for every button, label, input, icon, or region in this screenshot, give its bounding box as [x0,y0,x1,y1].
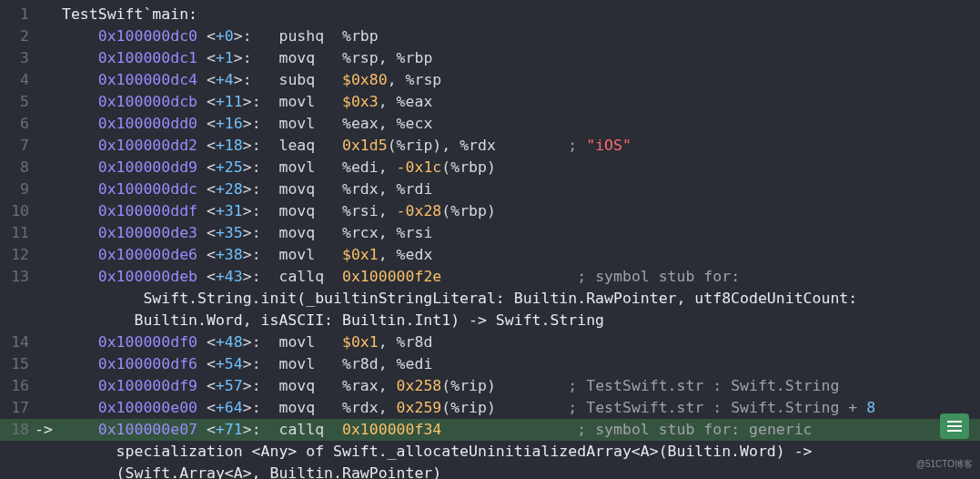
code-line[interactable]: 16 0x100000df9 <+57>: movq %rax, 0x258(%… [0,375,980,397]
code-line[interactable]: (Swift.Array<A>, Builtin.RawPointer) [0,463,980,479]
current-line-arrow [35,222,62,244]
current-line-arrow [35,69,62,91]
code-line[interactable]: 10 0x100000ddf <+31>: movq %rsi, -0x28(%… [0,200,980,222]
line-number: 7 [0,135,35,157]
code-content: specialization <Any> of Swift._allocateU… [62,441,980,463]
code-content: 0x100000df0 <+48>: movl $0x1, %r8d [62,331,980,353]
line-number: 2 [0,25,35,47]
line-number: 4 [0,69,35,91]
line-number: 13 [0,266,35,288]
line-number: 1 [0,4,35,25]
line-number [0,310,35,331]
code-line[interactable]: 9 0x100000ddc <+28>: movq %rdx, %rdi [0,178,980,200]
line-number: 8 [0,157,35,178]
code-line[interactable]: 3 0x100000dc1 <+1>: movq %rsp, %rbp [0,47,980,69]
code-content: TestSwift`main: [62,4,980,25]
watermark: @51CTO博客 [916,454,973,475]
code-line[interactable]: Builtin.Word, isASCII: Builtin.Int1) -> … [0,310,980,331]
code-content: Builtin.Word, isASCII: Builtin.Int1) -> … [62,310,980,331]
current-line-arrow [35,113,62,135]
line-number: 14 [0,331,35,353]
current-line-arrow [35,47,62,69]
code-line[interactable]: 13 0x100000deb <+43>: callq 0x100000f2e … [0,266,980,288]
code-line[interactable]: 15 0x100000df6 <+54>: movl %r8d, %edi [0,353,980,375]
code-content: 0x100000ddf <+31>: movq %rsi, -0x28(%rbp… [62,200,980,222]
current-line-arrow [35,441,62,463]
current-line-arrow [35,331,62,353]
code-content: 0x100000de3 <+35>: movq %rcx, %rsi [62,222,980,244]
code-content: 0x100000dd2 <+18>: leaq 0x1d5(%rip), %rd… [62,135,980,157]
code-line[interactable]: 7 0x100000dd2 <+18>: leaq 0x1d5(%rip), %… [0,135,980,157]
current-line-arrow [35,244,62,266]
line-number [0,441,35,463]
line-number [0,463,35,479]
current-line-arrow [35,266,62,288]
code-content: 0x100000df9 <+57>: movq %rax, 0x258(%rip… [62,375,980,397]
current-line-arrow [35,91,62,113]
current-line-arrow [35,25,62,47]
code-content: 0x100000e00 <+64>: movq %rdx, 0x259(%rip… [62,397,980,419]
current-line-arrow [35,310,62,331]
current-line-arrow: -> [35,419,62,441]
line-number: 16 [0,375,35,397]
code-line[interactable]: 4 0x100000dc4 <+4>: subq $0x80, %rsp [0,69,980,91]
code-content: 0x100000dc1 <+1>: movq %rsp, %rbp [62,47,980,69]
code-content: 0x100000dd9 <+25>: movl %edi, -0x1c(%rbp… [62,157,980,178]
line-number: 9 [0,178,35,200]
line-number: 11 [0,222,35,244]
code-content: 0x100000df6 <+54>: movl %r8d, %edi [62,353,980,375]
code-content: (Swift.Array<A>, Builtin.RawPointer) [62,463,980,479]
line-number: 18 [0,419,35,441]
current-line-arrow [35,135,62,157]
code-line[interactable]: 18-> 0x100000e07 <+71>: callq 0x100000f3… [0,419,980,441]
hamburger-icon [947,425,962,427]
current-line-arrow [35,157,62,178]
code-line[interactable]: specialization <Any> of Swift._allocateU… [0,441,980,463]
code-line[interactable]: 11 0x100000de3 <+35>: movq %rcx, %rsi [0,222,980,244]
current-line-arrow [35,178,62,200]
current-line-arrow [35,288,62,310]
code-line[interactable]: 17 0x100000e00 <+64>: movq %rdx, 0x259(%… [0,397,980,419]
code-content: 0x100000de6 <+38>: movl $0x1, %edx [62,244,980,266]
code-content: Swift.String.init(_builtinStringLiteral:… [62,288,980,310]
line-number: 5 [0,91,35,113]
code-line[interactable]: 5 0x100000dcb <+11>: movl $0x3, %eax [0,91,980,113]
code-content: 0x100000dc0 <+0>: pushq %rbp [62,25,980,47]
code-line[interactable]: 14 0x100000df0 <+48>: movl $0x1, %r8d [0,331,980,353]
code-line[interactable]: 12 0x100000de6 <+38>: movl $0x1, %edx [0,244,980,266]
code-content: 0x100000dc4 <+4>: subq $0x80, %rsp [62,69,980,91]
line-number [0,288,35,310]
code-content: 0x100000dcb <+11>: movl $0x3, %eax [62,91,980,113]
line-number: 3 [0,47,35,69]
code-line[interactable]: Swift.String.init(_builtinStringLiteral:… [0,288,980,310]
current-line-arrow [35,397,62,419]
line-number: 12 [0,244,35,266]
current-line-arrow [35,4,62,25]
code-content: 0x100000dd0 <+16>: movl %eax, %ecx [62,113,980,135]
current-line-arrow [35,463,62,479]
code-content: 0x100000ddc <+28>: movq %rdx, %rdi [62,178,980,200]
current-line-arrow [35,375,62,397]
line-number: 10 [0,200,35,222]
line-number: 17 [0,397,35,419]
code-line[interactable]: 6 0x100000dd0 <+16>: movl %eax, %ecx [0,113,980,135]
menu-fab[interactable] [940,413,969,439]
code-line[interactable]: 8 0x100000dd9 <+25>: movl %edi, -0x1c(%r… [0,157,980,178]
code-content: 0x100000deb <+43>: callq 0x100000f2e ; s… [62,266,980,288]
line-number: 6 [0,113,35,135]
current-line-arrow [35,200,62,222]
line-number: 15 [0,353,35,375]
code-content: 0x100000e07 <+71>: callq 0x100000f34 ; s… [62,419,980,441]
disassembly-editor: 1TestSwift`main:2 0x100000dc0 <+0>: push… [0,0,980,479]
code-line[interactable]: 1TestSwift`main: [0,4,980,25]
current-line-arrow [35,353,62,375]
code-line[interactable]: 2 0x100000dc0 <+0>: pushq %rbp [0,25,980,47]
